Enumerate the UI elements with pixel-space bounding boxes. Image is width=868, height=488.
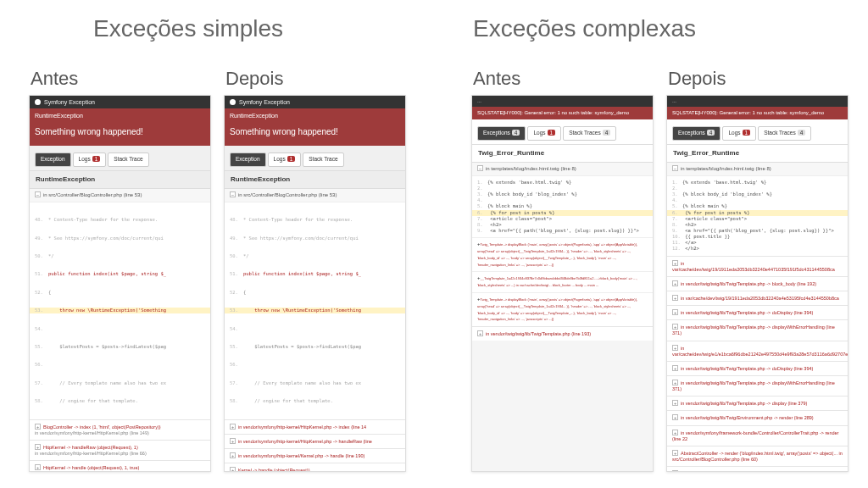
trace-row[interactable]: +in var/cache/dev/twig/e1/e1bca6f96dbe21… bbox=[667, 341, 848, 361]
code-block: 48.* Content-Type header for the respons… bbox=[30, 202, 210, 419]
tab-exceptions[interactable]: Exceptions4 bbox=[672, 126, 721, 140]
expand-icon[interactable]: + bbox=[672, 309, 678, 315]
expand-icon[interactable]: + bbox=[672, 345, 678, 351]
file-line[interactable]: −in src/Controller/BlogController.php (l… bbox=[225, 189, 405, 202]
label-depois-1: Depois bbox=[225, 68, 283, 90]
code-block: 48.* Content-Type header for the respons… bbox=[225, 202, 405, 419]
file-line[interactable]: −in templates/blog/index.html.twig (line… bbox=[667, 163, 848, 176]
tab-exception[interactable]: Exception bbox=[35, 152, 71, 166]
section-exception-class: RuntimeException bbox=[225, 171, 405, 189]
trace-row[interactable]: +in vendor/twig/twig/lib/Twig/Template.p… bbox=[667, 375, 848, 396]
exception-message: Something wrong happened! bbox=[225, 123, 405, 146]
tabs: Exception Logs1 Stack Trace bbox=[30, 146, 210, 170]
expand-icon[interactable]: − bbox=[230, 191, 236, 197]
expand-icon[interactable]: + bbox=[230, 438, 236, 444]
expand-icon[interactable]: + bbox=[672, 414, 678, 420]
expand-icon[interactable]: + bbox=[672, 450, 678, 456]
expand-icon[interactable]: + bbox=[672, 280, 678, 286]
file-line[interactable]: −in templates/blog/index.html.twig (line… bbox=[472, 163, 653, 176]
trace-row[interactable]: +HttpKernel -> handleRaw (object(Request… bbox=[30, 440, 210, 460]
section-exception-class: RuntimeException bbox=[30, 171, 210, 189]
expand-icon[interactable]: − bbox=[477, 165, 483, 171]
expand-icon[interactable]: + bbox=[672, 430, 678, 435]
expand-icon[interactable]: + bbox=[230, 424, 236, 430]
trace-row[interactable]: +HttpKernel -> handle (object(Request), … bbox=[30, 460, 210, 472]
trace-row[interactable]: +in vendor/twig/twig/lib/Twig/Template.p… bbox=[667, 319, 848, 340]
tab-logs[interactable]: Logs1 bbox=[722, 126, 756, 140]
exception-type: RuntimeException bbox=[225, 108, 405, 123]
symfony-logo-icon bbox=[230, 99, 236, 105]
expand-icon[interactable]: + bbox=[477, 330, 483, 336]
expand-icon[interactable]: − bbox=[35, 191, 41, 197]
expand-icon[interactable]: + bbox=[35, 464, 41, 470]
tabs: Exception Logs1 Stack Trace bbox=[225, 146, 405, 170]
expand-icon[interactable]: + bbox=[672, 324, 678, 330]
expand-icon[interactable]: + bbox=[672, 470, 678, 472]
trace-row[interactable]: +in vendor/twig/twig/lib/Twig/Template.p… bbox=[667, 305, 848, 319]
trace-row[interactable]: +in vendor/twig/twig/lib/Twig/Template.p… bbox=[667, 396, 848, 410]
trace-row[interactable]: +in vendor/symfony/http-kernel/Kernel.ph… bbox=[225, 448, 405, 463]
trace-blob[interactable]: +Twig_Template -> displayBlock ('main', … bbox=[472, 292, 653, 326]
expand-icon[interactable]: + bbox=[672, 295, 678, 301]
trace-blob[interactable]: +__TwigTemplate_1a42c1934c8378e7c0d9bbae… bbox=[472, 271, 653, 292]
expand-icon[interactable]: + bbox=[672, 400, 678, 406]
tab-stacktrace[interactable]: Stack Trace bbox=[303, 152, 343, 166]
label-depois-2: Depois bbox=[668, 68, 726, 90]
trace-row[interactable]: +in vendor/twig/twig/lib/Twig/Template.p… bbox=[472, 326, 653, 341]
error-banner: SQLSTATE[HY000]: General error: 1 no suc… bbox=[667, 107, 848, 120]
expand-icon[interactable]: + bbox=[230, 467, 236, 472]
tab-exceptions[interactable]: Exceptions4 bbox=[477, 126, 526, 140]
trace-row[interactable]: +in vendor/twig/twig/lib/Twig/Template.p… bbox=[667, 276, 848, 291]
expand-icon[interactable]: − bbox=[672, 165, 678, 171]
expand-icon[interactable]: + bbox=[672, 365, 678, 371]
title-complex: Exceções complexas bbox=[473, 15, 696, 42]
expand-icon[interactable]: + bbox=[672, 260, 678, 266]
symfony-header: Symfony Exception bbox=[225, 96, 405, 108]
brand: Symfony Exception bbox=[239, 98, 290, 106]
trace-row[interactable]: +BlogController -> index (1, 'html', obj… bbox=[30, 419, 210, 440]
tab-stacktraces[interactable]: Stack Traces4 bbox=[563, 126, 616, 140]
label-antes-2: Antes bbox=[473, 68, 520, 90]
tab-stacktrace[interactable]: Stack Trace bbox=[108, 152, 148, 166]
path-bar: … bbox=[667, 96, 848, 107]
expand-icon[interactable]: + bbox=[230, 452, 236, 458]
trace-row[interactable]: +in vendor/symfony/http-kernel/HttpKerne… bbox=[225, 434, 405, 448]
expand-icon[interactable]: + bbox=[35, 444, 41, 450]
trace-row[interactable]: +in vendor/symfony/http-kernel/HttpKerne… bbox=[225, 419, 405, 434]
panel-complex-antes: … SQLSTATE[HY000]: General error: 1 no s… bbox=[471, 95, 654, 472]
trace-row[interactable]: +in var/cache/dev/twig/19/1911eda2053db3… bbox=[667, 291, 848, 305]
exception-type: RuntimeException bbox=[30, 108, 210, 123]
trace-row[interactable]: +in vendor/twig/twig/lib/Twig/Template.p… bbox=[667, 361, 848, 375]
label-antes-1: Antes bbox=[31, 68, 78, 90]
twig-code-block: 1.{% extends 'base.html.twig' %} 2. 3.{%… bbox=[472, 176, 653, 237]
trace-row[interactable]: +in vendor/symfony/framework-bundle/Cont… bbox=[667, 425, 848, 446]
expand-icon[interactable]: + bbox=[35, 424, 41, 430]
panel-complex-depois: … SQLSTATE[HY000]: General error: 1 no s… bbox=[666, 95, 849, 472]
title-simple: Exceções simples bbox=[93, 15, 283, 42]
path-bar: … bbox=[472, 96, 653, 107]
tab-stacktraces[interactable]: Stack Traces4 bbox=[758, 126, 811, 140]
trace-row[interactable]: +Kernel -> handle (object(Request))in pu… bbox=[225, 463, 405, 472]
error-banner: SQLSTATE[HY000]: General error: 1 no suc… bbox=[472, 107, 653, 120]
tab-exception[interactable]: Exception bbox=[230, 152, 266, 166]
trace-row[interactable]: +AbstractController -> render ('blog/ind… bbox=[667, 446, 848, 466]
panel-simple-depois: Symfony Exception RuntimeException Somet… bbox=[224, 95, 406, 472]
brand: Symfony Exception bbox=[44, 98, 95, 106]
trace-row[interactable]: +in vendor/symfony/http-kernel/HttpKerne… bbox=[667, 466, 848, 472]
trace-blob[interactable]: +Twig_Template -> displayBlock ('main', … bbox=[472, 237, 653, 271]
panel-simple-antes: Symfony Exception RuntimeException Somet… bbox=[29, 95, 211, 472]
tab-logs[interactable]: Logs1 bbox=[527, 126, 561, 140]
symfony-logo-icon bbox=[35, 99, 41, 105]
tabs: Exceptions4 Logs1 Stack Traces4 bbox=[667, 119, 848, 144]
twig-code-block: 1.{% extends 'base.html.twig' %} 2. 3.{%… bbox=[667, 176, 848, 256]
trace-row[interactable]: +in vendor/twig/twig/lib/Twig/Environmen… bbox=[667, 410, 848, 424]
file-line[interactable]: −in src/Controller/BlogController.php (l… bbox=[30, 189, 210, 202]
expand-icon[interactable]: + bbox=[672, 380, 678, 385]
section-exception-class: Twig_Error_Runtime bbox=[472, 145, 653, 163]
trace-row[interactable]: +in var/cache/dev/twig/19/1911eda2053db3… bbox=[667, 256, 848, 276]
exception-message: Something wrong happened! bbox=[30, 123, 210, 146]
tab-logs[interactable]: Logs1 bbox=[268, 152, 302, 166]
section-exception-class: Twig_Error_Runtime bbox=[667, 145, 848, 163]
tab-logs[interactable]: Logs1 bbox=[73, 152, 107, 166]
symfony-header: Symfony Exception bbox=[30, 96, 210, 108]
